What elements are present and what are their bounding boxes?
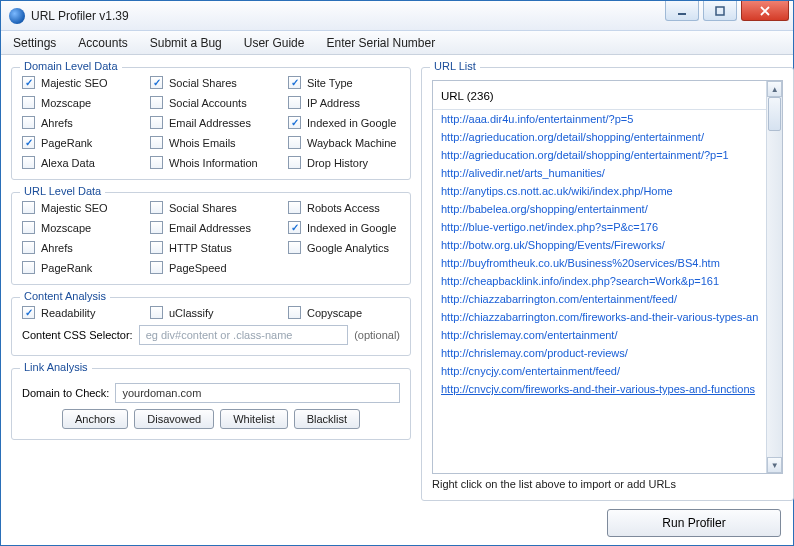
url-social-shares-checkbox[interactable] xyxy=(150,201,163,214)
url-pagespeed-label: PageSpeed xyxy=(169,262,227,274)
url-list-item[interactable]: http://aaa.dir4u.info/entertainment/?p=5 xyxy=(433,110,766,128)
domain-pagerank-label: PageRank xyxy=(41,137,92,149)
url-list-item[interactable]: http://anytips.cs.nott.ac.uk/wiki/index.… xyxy=(433,182,766,200)
url-http-status-label: HTTP Status xyxy=(169,242,232,254)
scroll-thumb[interactable] xyxy=(768,97,781,131)
url-pagerank-checkbox[interactable] xyxy=(22,261,35,274)
url-ahrefs-checkbox[interactable] xyxy=(22,241,35,254)
url-level-group: URL Level Data Majestic SEO Social Share… xyxy=(11,192,411,285)
domain-ip-address-checkbox[interactable] xyxy=(288,96,301,109)
menu-settings[interactable]: Settings xyxy=(13,36,56,50)
domain-check-input[interactable] xyxy=(115,383,400,403)
menu-user-guide[interactable]: User Guide xyxy=(244,36,305,50)
whitelist-button[interactable]: Whitelist xyxy=(220,409,288,429)
domain-level-title: Domain Level Data xyxy=(20,60,122,72)
url-list-item[interactable]: http://cnycjy.com/entertainment/feed/ xyxy=(433,362,766,380)
url-email-addresses-label: Email Addresses xyxy=(169,222,251,234)
url-list-group: URL List URL (236) http://aaa.dir4u.info… xyxy=(421,67,794,501)
url-pagespeed-checkbox[interactable] xyxy=(150,261,163,274)
url-robots-checkbox[interactable] xyxy=(288,201,301,214)
maximize-button[interactable] xyxy=(703,1,737,21)
url-list-item[interactable]: http://cnvcjv.com/fireworks-and-their-va… xyxy=(433,380,766,398)
domain-social-accounts-checkbox[interactable] xyxy=(150,96,163,109)
url-indexed-google-label: Indexed in Google xyxy=(307,222,396,234)
menu-submit-bug[interactable]: Submit a Bug xyxy=(150,36,222,50)
domain-social-shares-checkbox[interactable] xyxy=(150,76,163,89)
scroll-up-button[interactable]: ▲ xyxy=(767,81,782,97)
domain-alexa-checkbox[interactable] xyxy=(22,156,35,169)
link-analysis-title: Link Analysis xyxy=(20,361,92,373)
titlebar: URL Profiler v1.39 xyxy=(1,1,793,31)
content-css-input[interactable] xyxy=(139,325,348,345)
domain-ahrefs-label: Ahrefs xyxy=(41,117,73,129)
url-list-item[interactable]: http://babelea.org/shopping/entertainmen… xyxy=(433,200,766,218)
domain-majestic-label: Majestic SEO xyxy=(41,77,108,89)
content-uclassify-checkbox[interactable] xyxy=(150,306,163,319)
url-list-item[interactable]: http://chiazzabarrington.com/fireworks-a… xyxy=(433,308,766,326)
url-listbox[interactable]: URL (236) http://aaa.dir4u.info/entertai… xyxy=(432,80,783,474)
url-email-addresses-checkbox[interactable] xyxy=(150,221,163,234)
anchors-button[interactable]: Anchors xyxy=(62,409,128,429)
url-list-item[interactable]: http://botw.org.uk/Shopping/Events/Firew… xyxy=(433,236,766,254)
url-list-item[interactable]: http://cheapbacklink.info/index.php?sear… xyxy=(433,272,766,290)
url-list-item[interactable]: http://agrieducation.org/detail/shopping… xyxy=(433,146,766,164)
scroll-track[interactable] xyxy=(767,97,782,457)
url-google-analytics-checkbox[interactable] xyxy=(288,241,301,254)
url-list-header[interactable]: URL (236) xyxy=(433,84,766,110)
url-list-item[interactable]: http://alivedir.net/arts_humanities/ xyxy=(433,164,766,182)
content-css-optional: (optional) xyxy=(354,329,400,341)
domain-email-addresses-label: Email Addresses xyxy=(169,117,251,129)
url-list-item[interactable]: http://agrieducation.org/detail/shopping… xyxy=(433,128,766,146)
domain-wayback-checkbox[interactable] xyxy=(288,136,301,149)
domain-ahrefs-checkbox[interactable] xyxy=(22,116,35,129)
domain-wayback-label: Wayback Machine xyxy=(307,137,396,149)
window-title: URL Profiler v1.39 xyxy=(31,9,129,23)
url-robots-label: Robots Access xyxy=(307,202,380,214)
url-mozscape-checkbox[interactable] xyxy=(22,221,35,234)
content-uclassify-label: uClassify xyxy=(169,307,214,319)
domain-ip-address-label: IP Address xyxy=(307,97,360,109)
domain-whois-emails-checkbox[interactable] xyxy=(150,136,163,149)
url-list-hint: Right click on the list above to import … xyxy=(432,478,783,490)
domain-whois-info-checkbox[interactable] xyxy=(150,156,163,169)
url-list-item[interactable]: http://chiazzabarrington.com/entertainme… xyxy=(433,290,766,308)
domain-level-group: Domain Level Data Majestic SEO Social Sh… xyxy=(11,67,411,180)
domain-indexed-google-label: Indexed in Google xyxy=(307,117,396,129)
url-majestic-checkbox[interactable] xyxy=(22,201,35,214)
content-css-label: Content CSS Selector: xyxy=(22,329,133,341)
url-google-analytics-label: Google Analytics xyxy=(307,242,389,254)
domain-pagerank-checkbox[interactable] xyxy=(22,136,35,149)
domain-mozscape-checkbox[interactable] xyxy=(22,96,35,109)
domain-indexed-google-checkbox[interactable] xyxy=(288,116,301,129)
menu-enter-serial[interactable]: Enter Serial Number xyxy=(326,36,435,50)
url-indexed-google-checkbox[interactable] xyxy=(288,221,301,234)
url-list-title: URL List xyxy=(430,60,480,72)
window-controls xyxy=(665,1,793,30)
run-profiler-button[interactable]: Run Profiler xyxy=(607,509,781,537)
domain-email-addresses-checkbox[interactable] xyxy=(150,116,163,129)
disavowed-button[interactable]: Disavowed xyxy=(134,409,214,429)
content-analysis-title: Content Analysis xyxy=(20,290,110,302)
domain-site-type-checkbox[interactable] xyxy=(288,76,301,89)
scroll-down-button[interactable]: ▼ xyxy=(767,457,782,473)
domain-drop-history-checkbox[interactable] xyxy=(288,156,301,169)
domain-social-accounts-label: Social Accounts xyxy=(169,97,247,109)
url-list-item[interactable]: http://buyfromtheuk.co.uk/Business%20ser… xyxy=(433,254,766,272)
url-list-item[interactable]: http://blue-vertigo.net/index.php?s=P&c=… xyxy=(433,218,766,236)
svg-rect-0 xyxy=(678,13,686,15)
menu-accounts[interactable]: Accounts xyxy=(78,36,127,50)
domain-majestic-checkbox[interactable] xyxy=(22,76,35,89)
url-list-item[interactable]: http://chrislemay.com/entertainment/ xyxy=(433,326,766,344)
content-area: Domain Level Data Majestic SEO Social Sh… xyxy=(1,55,793,545)
domain-site-type-label: Site Type xyxy=(307,77,353,89)
app-window: URL Profiler v1.39 Settings Accounts Sub… xyxy=(0,0,794,546)
content-readability-checkbox[interactable] xyxy=(22,306,35,319)
blacklist-button[interactable]: Blacklist xyxy=(294,409,360,429)
minimize-button[interactable] xyxy=(665,1,699,21)
menubar: Settings Accounts Submit a Bug User Guid… xyxy=(1,31,793,55)
content-copyscape-checkbox[interactable] xyxy=(288,306,301,319)
url-scrollbar[interactable]: ▲ ▼ xyxy=(766,81,782,473)
url-list-item[interactable]: http://chrislemay.com/product-reviews/ xyxy=(433,344,766,362)
url-http-status-checkbox[interactable] xyxy=(150,241,163,254)
close-button[interactable] xyxy=(741,1,789,21)
